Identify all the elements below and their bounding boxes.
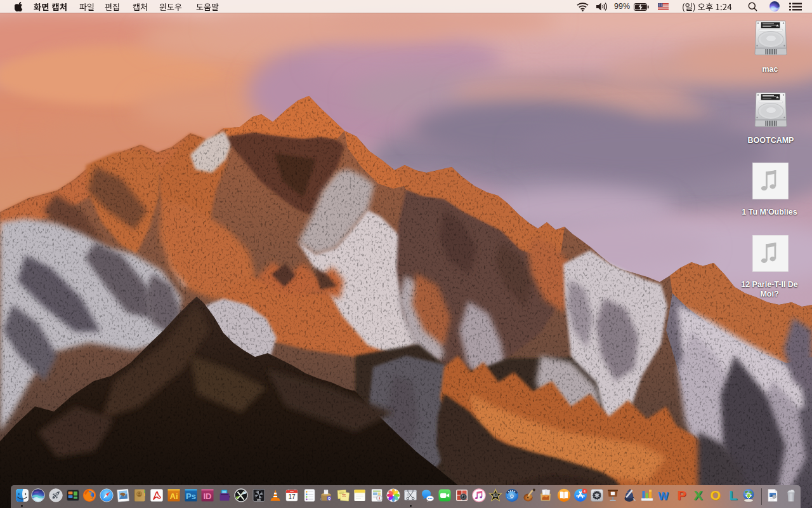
svg-text:4: 4 <box>584 490 586 493</box>
svg-text:Ai: Ai <box>169 491 178 501</box>
svg-text:W: W <box>658 490 669 502</box>
svg-text:P: P <box>678 488 686 502</box>
svg-text:O: O <box>710 488 720 502</box>
svg-text:X: X <box>694 488 703 502</box>
svg-text:ID: ID <box>204 491 212 501</box>
svg-text:Q: Q <box>328 497 331 500</box>
svg-text:L: L <box>729 488 737 502</box>
svg-text:Ps: Ps <box>186 491 196 501</box>
svg-text:17: 17 <box>288 493 296 500</box>
